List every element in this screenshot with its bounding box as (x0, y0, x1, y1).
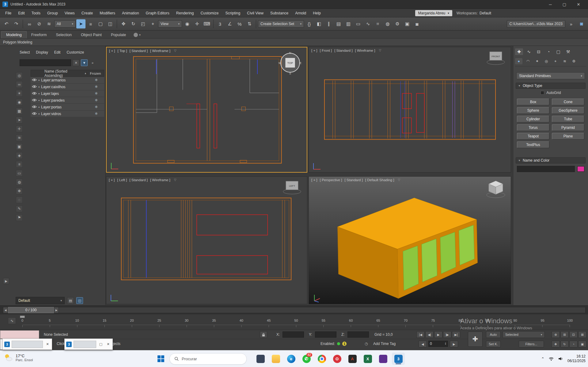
y-coordinate-field[interactable] (315, 331, 336, 338)
taskbar-preview-1[interactable]: 3 ✕ (2, 339, 52, 350)
project-path-field[interactable]: C:\Users\User\...s\3ds Max 2023 (507, 20, 565, 28)
viewport-top[interactable]: [ + ][ Top ][ Standard ][ Wireframe ] ▽ (106, 47, 307, 173)
viewport-label-segment[interactable]: [ Default Shading ] (365, 178, 394, 182)
viewcube-compass[interactable]: TOP N E S W (277, 50, 303, 76)
rendered-frame-icon[interactable]: ▣ (403, 19, 412, 28)
primitive-button[interactable]: TextPlus (517, 141, 549, 148)
start-button[interactable] (155, 353, 167, 365)
select-and-link-icon[interactable]: ∞ (25, 19, 34, 28)
enabled-status-icon[interactable] (337, 342, 340, 345)
task-view-icon[interactable] (254, 353, 267, 365)
layer-state-icon[interactable]: ● (38, 106, 40, 108)
display-frozen-icon[interactable]: ✻ (16, 188, 23, 194)
ribbon-tab[interactable]: Selection (51, 32, 76, 38)
viewport-label-segment[interactable]: [ Wireframe ] (355, 49, 375, 52)
display-groups-icon[interactable]: ▣ (16, 143, 23, 150)
select-and-scale-icon[interactable]: ◰ (138, 19, 148, 28)
ribbon-tab[interactable]: Object Paint (76, 32, 106, 38)
viewcube[interactable]: LEFT (281, 179, 303, 195)
per-view-filter-icon[interactable]: ▽ (174, 49, 176, 53)
filter-icon[interactable]: ▼ (81, 59, 88, 66)
menu-item[interactable]: Arnold (292, 10, 309, 17)
sort-by-name-icon[interactable]: ◎ (16, 72, 23, 79)
frozen-toggle-icon[interactable]: ✻ (88, 98, 104, 102)
menu-item[interactable]: Modifiers (96, 10, 119, 17)
menu-item[interactable]: Create (78, 10, 97, 17)
menu-item[interactable]: Customize (197, 10, 222, 17)
menu-item[interactable]: Group (44, 10, 61, 17)
viewport-label-segment[interactable]: [ Standard ] (334, 49, 352, 52)
layer-state-icon[interactable]: ● (38, 79, 40, 81)
frozen-column-header[interactable]: Frozen (87, 72, 104, 75)
shapes-icon[interactable]: ◠ (524, 58, 532, 64)
time-slider-track[interactable] (2, 307, 586, 313)
menu-item[interactable]: Tools (28, 10, 44, 17)
layer-row[interactable]: ● Layer:vidros ✻ (31, 110, 104, 117)
maximize-viewport-icon[interactable]: ▣ (578, 341, 586, 347)
current-frame-spinner[interactable]: 0 ▲▼ (428, 341, 448, 347)
ribbon-tab[interactable]: Freeform (27, 32, 51, 38)
chrome-icon[interactable] (315, 353, 328, 365)
maximize-button[interactable]: ▢ (557, 0, 571, 9)
autogrid-checkbox[interactable] (541, 91, 544, 95)
window-preview[interactable] (12, 341, 43, 348)
name-and-color-rollout[interactable]: ▼ Name and Color (516, 157, 586, 163)
timeline-ruler[interactable]: 0510152025303540455055606570758085909510… (22, 316, 570, 328)
wifi-icon[interactable] (548, 357, 554, 361)
visibility-eye-icon[interactable] (32, 105, 37, 109)
hierarchy-tab-icon[interactable]: ⊟ (535, 48, 543, 55)
layer-name[interactable]: Layer:portas (41, 105, 87, 109)
previous-frame-icon[interactable]: ◀ (419, 341, 427, 347)
curve-editor-icon[interactable]: ∿ (363, 19, 373, 28)
visibility-eye-icon[interactable] (32, 112, 37, 116)
menu-item[interactable]: Substance (267, 10, 292, 17)
frozen-toggle-icon[interactable]: ✻ (88, 112, 104, 116)
schematic-view-icon[interactable]: ⌗ (373, 19, 382, 28)
display-helpers-icon[interactable]: ✛ (16, 125, 23, 132)
menu-item[interactable]: Help (309, 10, 324, 17)
previous-frame-icon[interactable]: ◀ (3, 307, 8, 313)
filter-combinations-icon[interactable]: ⚑ (16, 214, 23, 221)
toggle-ribbon-icon[interactable]: ▭ (354, 19, 363, 28)
ribbon-subpanel[interactable]: Polygon Modeling (0, 39, 588, 46)
frozen-toggle-icon[interactable]: ✻ (88, 85, 104, 89)
display-tab-icon[interactable]: ▢ (554, 48, 562, 55)
menu-item[interactable]: Scripting (222, 10, 244, 17)
close-icon[interactable]: ✕ (105, 342, 111, 347)
viewport-left[interactable]: [ + ][ Left ][ Standard ][ Wireframe ] ▽ (106, 176, 307, 304)
next-frame-icon[interactable]: ▶ (450, 341, 458, 347)
viewcube[interactable] (484, 179, 507, 199)
go-to-end-icon[interactable]: ▶| (452, 331, 460, 338)
selection-lock-icon[interactable] (260, 331, 267, 338)
ribbon-tab[interactable]: Modeling (1, 31, 27, 38)
adobe-icon[interactable] (377, 353, 389, 365)
visibility-eye-icon[interactable] (32, 78, 37, 82)
edit-named-sets-icon[interactable]: {} (305, 19, 314, 28)
per-view-filter-icon[interactable]: ▽ (379, 49, 381, 52)
viewport-label-segment[interactable]: [ Wireframe ] (150, 178, 170, 182)
visibility-eye-icon[interactable] (32, 92, 37, 96)
perspective-viewport-canvas[interactable] (309, 177, 511, 304)
time-slider-handle[interactable]: ◀ 0 / 100 ▶ (3, 307, 59, 313)
pan-icon[interactable]: ✥ (552, 341, 560, 347)
display-shapes-icon[interactable]: ➤ (16, 117, 23, 123)
primitive-button[interactable]: Teapot (517, 133, 549, 140)
spinner-snap-icon[interactable]: ⇅ (245, 19, 254, 28)
per-view-filter-icon[interactable]: ▽ (174, 178, 176, 182)
redo-icon[interactable]: ↷ (12, 19, 21, 28)
next-frame-icon[interactable]: |▶ (443, 331, 451, 338)
user-account-button[interactable]: Margarida Abreu ▾ (415, 10, 452, 16)
ribbon-options[interactable]: ▾ (131, 33, 144, 38)
viewport-label-segment[interactable]: [ + ] (109, 178, 115, 182)
whatsapp-icon[interactable]: ✆ 82 (300, 353, 313, 365)
edge-icon[interactable]: e (285, 353, 298, 365)
visibility-eye-icon[interactable] (32, 98, 37, 103)
frozen-toggle-icon[interactable]: ✻ (88, 92, 104, 95)
object-type-rollout[interactable]: ▼ Object Type (516, 83, 586, 89)
display-space-warps-icon[interactable]: ≋ (16, 134, 23, 141)
maximize-icon[interactable]: ▢ (98, 342, 104, 347)
layer-row[interactable]: ● Layer:caixilhos ✻ (31, 84, 104, 90)
frozen-toggle-icon[interactable]: ✻ (88, 105, 104, 109)
object-color-swatch[interactable] (577, 166, 584, 172)
frozen-toggle-icon[interactable]: ✻ (88, 78, 104, 82)
